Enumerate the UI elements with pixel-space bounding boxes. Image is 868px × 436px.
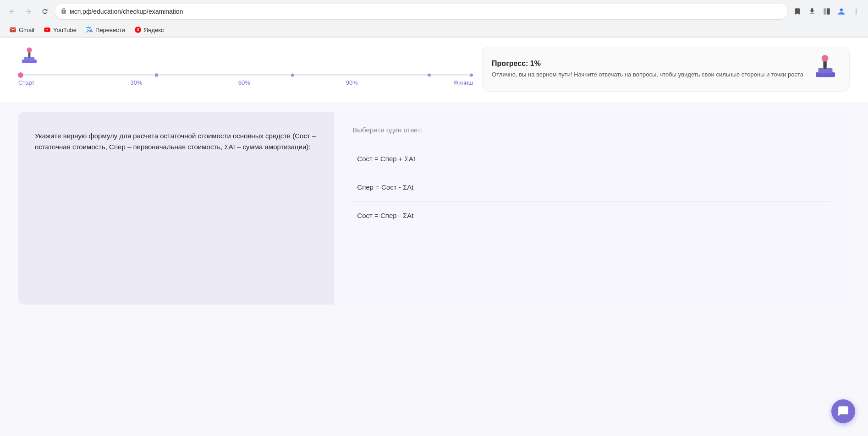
question-right: Выберите один ответ: Сост = Спер + ΣAt С… [334, 112, 850, 305]
svg-point-10 [27, 48, 32, 53]
answer-option-3[interactable]: Сост = Спер - ΣAt [352, 202, 831, 229]
svg-point-4 [856, 13, 857, 14]
progress-start-dot [18, 72, 23, 78]
progress-section: Старт 30% 60% 90% Финиш Прогресс: 1% Отл… [0, 38, 868, 103]
progress-labels: Старт 30% 60% 90% Финиш [18, 79, 473, 86]
address-security-icon [60, 8, 67, 16]
address-text: мсп.рф/education/checkup/examination [70, 8, 782, 15]
svg-text:Я: Я [136, 28, 139, 32]
question-text: Укажите верную формулу для расчета остат… [35, 131, 318, 153]
bookmarks-bar: Gmail YouTube Перевести Я Яндекс [0, 23, 868, 37]
answer-option-1-label: Сост = Спер + ΣAt [357, 155, 415, 163]
svg-rect-0 [824, 8, 826, 15]
translate-icon [86, 26, 93, 33]
progress-description: Отлично, вы на верном пути! Начните отве… [492, 71, 803, 79]
progress-title: Прогресс: 1% [492, 60, 803, 68]
bookmark-translate-label: Перевести [95, 27, 125, 33]
bookmark-translate[interactable]: Перевести [82, 25, 129, 35]
youtube-icon [44, 26, 51, 33]
progress-character-right [811, 54, 840, 84]
answer-option-2-label: Спер = Сост - ΣAt [357, 183, 413, 191]
split-screen-button[interactable] [820, 5, 833, 18]
yandex-icon: Я [134, 26, 142, 33]
answer-option-3-label: Сост = Спер - ΣAt [357, 212, 413, 219]
svg-point-2 [856, 9, 857, 10]
progress-info-text: Прогресс: 1% Отлично, вы на верном пути!… [492, 60, 803, 79]
character-icon [18, 47, 40, 69]
label-60: 60% [238, 79, 250, 86]
page-content: Старт 30% 60% 90% Финиш Прогресс: 1% Отл… [0, 38, 868, 436]
answer-option-2[interactable]: Спер = Сост - ΣAt [352, 173, 831, 202]
label-90: 90% [346, 79, 358, 86]
svg-rect-1 [827, 8, 830, 15]
browser-chrome: мсп.рф/education/checkup/examination [0, 0, 868, 38]
bookmark-gmail-label: Gmail [19, 27, 34, 33]
browser-actions [791, 5, 863, 18]
chat-bubble-button[interactable] [831, 399, 855, 423]
address-bar[interactable]: мсп.рф/education/checkup/examination [55, 4, 787, 19]
bookmark-youtube[interactable]: YouTube [40, 25, 80, 35]
download-button[interactable] [806, 5, 819, 18]
svg-point-14 [822, 55, 829, 62]
profile-button[interactable] [835, 5, 848, 18]
gmail-icon [9, 26, 16, 33]
label-finish: Финиш [454, 79, 473, 86]
forward-button[interactable] [22, 5, 35, 18]
svg-rect-12 [818, 68, 832, 73]
question-left: Укажите верную формулу для расчета остат… [18, 112, 334, 305]
answer-option-1[interactable]: Сост = Спер + ΣAt [352, 145, 831, 173]
back-button[interactable] [5, 5, 18, 18]
progress-track-container: Старт 30% 60% 90% Финиш [18, 74, 473, 86]
bookmark-gmail[interactable]: Gmail [5, 25, 38, 35]
label-30: 30% [130, 79, 142, 86]
answer-prompt: Выберите один ответ: [352, 126, 831, 134]
svg-point-3 [856, 11, 857, 12]
bookmark-yandex[interactable]: Я Яндекс [131, 25, 168, 35]
question-section: Укажите верную формулу для расчета остат… [18, 112, 850, 305]
menu-button[interactable] [850, 5, 863, 18]
label-start: Старт [18, 79, 34, 86]
progress-track [18, 74, 473, 76]
browser-toolbar: мсп.рф/education/checkup/examination [0, 0, 868, 23]
bookmark-youtube-label: YouTube [53, 27, 77, 33]
bookmark-button[interactable] [791, 5, 804, 18]
progress-left: Старт 30% 60% 90% Финиш [18, 47, 473, 90]
progress-info-box: Прогресс: 1% Отлично, вы на верном пути!… [482, 47, 850, 92]
reload-button[interactable] [38, 5, 51, 18]
bookmark-yandex-label: Яндекс [144, 27, 164, 33]
